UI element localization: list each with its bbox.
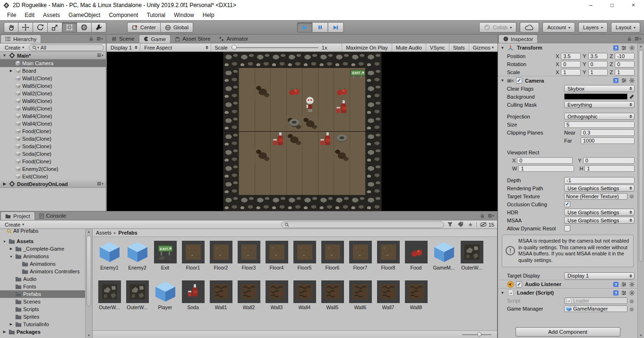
asset-item-floor4[interactable]: Floor4 <box>263 241 291 278</box>
asset-item-enemy1[interactable]: Enemy1 <box>95 241 123 278</box>
dropdown-field[interactable]: Use Graphics Settings <box>564 209 635 216</box>
scale-slider[interactable] <box>231 47 318 48</box>
step-button[interactable] <box>328 22 343 33</box>
menu-help[interactable]: Help <box>198 10 219 20</box>
move-tool-button[interactable] <box>18 22 33 33</box>
hierarchy-item[interactable]: Wall4(Clone) <box>0 112 106 120</box>
camera-component-header[interactable]: ▼ Camera ? <box>498 76 637 84</box>
create-button[interactable]: Create▾ <box>2 44 27 51</box>
account-button[interactable]: Account▾ <box>542 22 575 33</box>
breadcrumb-current[interactable]: Prefabs <box>119 230 137 236</box>
transform-component-header[interactable]: ▼ Transform ? <box>498 43 637 52</box>
tab-hierarchy[interactable]: Hierarchy <box>0 34 41 43</box>
hierarchy-item[interactable]: Wall2(Clone) <box>0 90 106 97</box>
hierarchy-search-input[interactable]: ▾All <box>29 44 104 51</box>
hierarchy-item[interactable]: Main Camera <box>0 59 106 67</box>
foldout-icon[interactable]: ▶ <box>2 182 7 186</box>
vector-field[interactable]: 1 <box>615 69 635 76</box>
help-icon[interactable]: ? <box>613 290 619 296</box>
folder-item-prefabs[interactable]: Prefabs <box>0 290 85 298</box>
hierarchy-item[interactable]: Wall4(Clone) <box>0 120 106 127</box>
folder-item-animations[interactable]: Animations <box>0 260 85 268</box>
lock-icon[interactable] <box>480 213 485 219</box>
gear-icon[interactable] <box>629 45 635 51</box>
scene-header[interactable]: ▼Main* <box>0 52 106 59</box>
gear-icon[interactable] <box>629 281 635 287</box>
dropdown-field[interactable]: Skybox <box>564 85 635 92</box>
object-picker-icon[interactable]: ◎ <box>629 298 635 304</box>
folder-item-assets[interactable]: ▼Assets <box>0 237 85 245</box>
asset-item-wall1[interactable]: Wall1 <box>207 280 235 317</box>
dropdown-field[interactable]: Use Graphics Settings <box>564 217 635 224</box>
hierarchy-item[interactable]: Soda(Clone) <box>0 135 106 143</box>
tab-project[interactable]: Project <box>0 211 35 220</box>
scene-header[interactable]: ▶DontDestroyOnLoad <box>0 180 106 188</box>
gear-icon[interactable] <box>629 290 635 296</box>
hierarchy-item[interactable]: Soda(Clone) <box>0 143 106 150</box>
folder-item-scripts[interactable]: Scripts <box>0 305 85 313</box>
menu-tutorial[interactable]: Tutorial <box>142 10 170 20</box>
camera-enabled-checkbox[interactable] <box>516 77 522 84</box>
rect-field[interactable]: 1 <box>518 165 574 172</box>
foldout-icon[interactable]: ▼ <box>500 291 505 295</box>
asset-item-soda[interactable]: Soda <box>179 280 207 317</box>
asset-item-floor8[interactable]: Floor8 <box>374 241 402 278</box>
game-button-mute-audio[interactable]: Mute Audio <box>392 43 426 51</box>
lock-icon[interactable] <box>89 36 94 42</box>
transform-tool-button[interactable] <box>77 22 92 33</box>
asset-item-outerw[interactable]: OuterW... <box>95 280 123 317</box>
audio-listener-enabled-checkbox[interactable] <box>516 281 522 287</box>
layers-button[interactable]: Layers▾ <box>578 22 608 33</box>
checkbox[interactable] <box>564 201 570 207</box>
color-swatch[interactable] <box>564 93 627 100</box>
close-button[interactable]: × <box>623 0 644 10</box>
folder-item-animators-controllers[interactable]: Animators Controllers <box>0 268 85 275</box>
hierarchy-item[interactable]: Wall6(Clone) <box>0 105 106 112</box>
panel-menu-icon[interactable] <box>488 213 494 219</box>
rect-tool-button[interactable] <box>62 22 77 33</box>
collab-button[interactable]: Collab▾ <box>479 22 516 33</box>
scrollbar-thumb[interactable] <box>639 50 643 262</box>
tab-inspector[interactable]: iInspector <box>498 34 538 43</box>
hierarchy-item[interactable]: Wall5(Clone) <box>0 82 106 90</box>
dropdown-field[interactable]: Use Graphics Settings <box>564 185 635 192</box>
vector-field[interactable]: 1 <box>561 69 581 76</box>
help-icon[interactable]: ? <box>613 281 619 287</box>
panel-menu-icon[interactable] <box>635 36 641 42</box>
hand-tool-button[interactable] <box>4 22 18 33</box>
vector-field[interactable]: 0 <box>561 61 581 68</box>
context-menu-icon[interactable] <box>96 181 104 186</box>
rect-field[interactable]: 0 <box>583 157 635 164</box>
hierarchy-item[interactable]: Food(Clone) <box>0 127 106 135</box>
loader-script-header[interactable]: ▼ c# Loader (Script) ? <box>498 288 637 297</box>
asset-item-gamem[interactable]: GameM... <box>430 241 458 278</box>
rect-field[interactable]: 0 <box>517 157 573 164</box>
vector-field[interactable]: 0 <box>588 61 608 68</box>
lock-icon[interactable] <box>627 36 632 42</box>
favorites-star-icon[interactable]: ★ <box>467 221 474 228</box>
folder-item-audio[interactable]: Audio <box>0 275 85 283</box>
object-picker-icon[interactable]: ◎ <box>629 194 635 199</box>
help-icon[interactable]: ? <box>613 45 619 51</box>
cloud-button[interactable] <box>520 22 539 33</box>
asset-item-food[interactable]: Food <box>402 241 430 278</box>
folder-item-sprites[interactable]: Sprites <box>0 313 85 321</box>
asset-item-wall6[interactable]: Wall6 <box>346 280 374 317</box>
menu-component[interactable]: Component <box>104 10 142 20</box>
hierarchy-item[interactable]: Soda(Clone) <box>0 150 106 158</box>
asset-item-player[interactable]: Player <box>151 280 179 317</box>
slider-knob[interactable] <box>477 332 481 337</box>
object-field[interactable]: GameManager <box>564 305 627 312</box>
hierarchy-item[interactable]: Exit(Clone) <box>0 173 106 180</box>
filter-by-label-icon[interactable] <box>456 221 465 228</box>
thumbnail-zoom-slider[interactable] <box>462 334 491 335</box>
asset-item-wall7[interactable]: Wall7 <box>374 280 402 317</box>
asset-item-wall3[interactable]: Wall3 <box>263 280 291 317</box>
create-button[interactable]: Create▾ <box>2 221 27 228</box>
vector-field[interactable]: 0 <box>615 61 635 68</box>
asset-item-enemy2[interactable]: Enemy2 <box>123 241 151 278</box>
asset-item-floor1[interactable]: Floor1 <box>179 241 207 278</box>
asset-item-outerw[interactable]: OuterW... <box>123 280 151 317</box>
aspect-dropdown[interactable]: Free Aspect <box>140 43 211 51</box>
preset-icon[interactable] <box>621 77 627 84</box>
